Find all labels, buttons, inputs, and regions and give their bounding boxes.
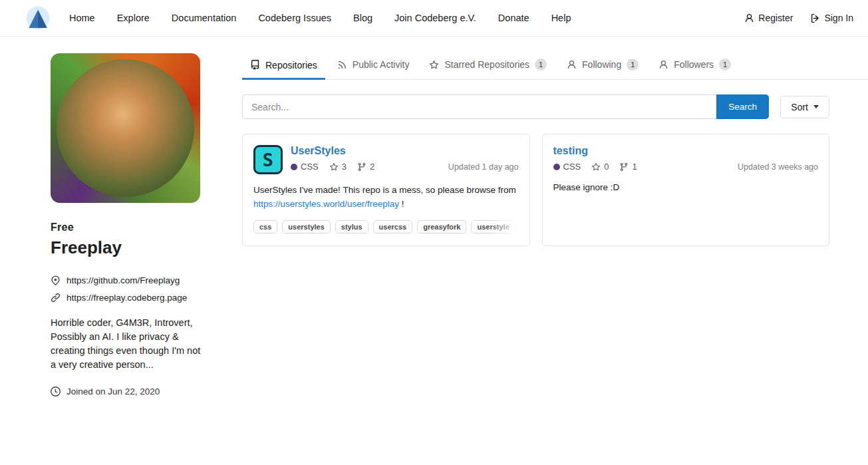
topic-list: css userstyles stylus usercss greasyfork…: [253, 220, 519, 233]
fork-count[interactable]: 2: [357, 162, 374, 172]
topic-tag[interactable]: userstyles: [282, 220, 330, 233]
register-link[interactable]: Register: [744, 13, 793, 23]
rss-icon: [337, 60, 347, 70]
profile-website-row: https://freeplay.codeberg.page: [51, 293, 205, 303]
register-label: Register: [758, 13, 793, 23]
nav-explore[interactable]: Explore: [117, 13, 150, 23]
navbar-auth: Register Sign In: [744, 13, 853, 23]
tab-label: Repositories: [265, 60, 317, 71]
navbar: Home Explore Documentation Codeberg Issu…: [0, 0, 868, 37]
nav-blog[interactable]: Blog: [353, 13, 372, 23]
git-branch-icon: [619, 162, 629, 172]
language-dot: [553, 164, 560, 170]
language-label: CSS: [563, 162, 581, 172]
username: Freeplay: [51, 237, 205, 258]
star-count[interactable]: 0: [591, 162, 609, 172]
bio: Horrible coder, G4M3R, Introvert, Possib…: [51, 316, 205, 372]
description-text: UserStyles I've made! This repo is a mes…: [253, 185, 516, 195]
sign-in-link[interactable]: Sign In: [810, 13, 853, 23]
tab-badge: 1: [719, 59, 731, 71]
person-icon: [744, 13, 754, 23]
repo-card-header: testing CSS 0: [553, 145, 819, 172]
avatar-photo: [57, 59, 194, 197]
tab-public-activity[interactable]: Public Activity: [329, 53, 418, 79]
sign-in-icon: [810, 13, 820, 23]
fork-count[interactable]: 1: [619, 162, 637, 172]
joined-date: Joined on Jun 22, 2020: [67, 387, 160, 396]
sort-dropdown[interactable]: Sort: [780, 96, 829, 118]
star-icon: [591, 162, 601, 172]
language-indicator: CSS: [291, 162, 319, 172]
description-link[interactable]: https://userstyles.world/user/freeplay: [253, 199, 399, 209]
nav-help[interactable]: Help: [551, 13, 571, 23]
nav-join-codeberg[interactable]: Join Codeberg e.V.: [394, 13, 476, 23]
git-branch-icon: [357, 162, 366, 172]
search-input[interactable]: [242, 94, 716, 119]
nav-codeberg-issues[interactable]: Codeberg Issues: [258, 13, 331, 23]
tab-repositories[interactable]: Repositories: [242, 53, 325, 80]
description-suffix: !: [402, 199, 404, 209]
repo-avatar-letter: S: [263, 150, 273, 170]
profile-github-row: https://github.com/Freeplayg: [51, 275, 205, 285]
search-row: Search Sort: [242, 94, 829, 119]
person-icon: [658, 60, 668, 70]
repo-avatar: S: [253, 145, 283, 174]
page-content: Free Freeplay https://github.com/Freepla…: [0, 37, 868, 404]
codeberg-logo[interactable]: [25, 5, 51, 31]
tab-badge: 1: [535, 59, 547, 71]
tab-following[interactable]: Following 1: [559, 53, 647, 79]
sort-label: Sort: [791, 102, 808, 112]
repo-meta: CSS 3: [291, 162, 519, 172]
codeberg-logo-icon: [25, 5, 51, 31]
display-name: Free: [51, 222, 205, 233]
sign-in-label: Sign In: [824, 13, 853, 23]
language-dot: [291, 164, 297, 170]
repo-link[interactable]: UserStyles: [291, 145, 346, 157]
repo-list: S UserStyles CSS: [242, 134, 829, 246]
profile-tabs: Repositories Public Activity Starred Rep…: [242, 53, 868, 80]
topic-tag[interactable]: stylus: [335, 220, 368, 233]
nav-home[interactable]: Home: [69, 13, 95, 23]
avatar[interactable]: [51, 53, 200, 203]
topic-tag[interactable]: greasyfork: [417, 220, 466, 233]
joined-row: Joined on Jun 22, 2020: [51, 387, 205, 396]
search-button[interactable]: Search: [716, 94, 769, 119]
repo-search: Search: [242, 94, 769, 119]
repo-link[interactable]: testing: [553, 145, 588, 157]
repo-card-testing: testing CSS 0: [542, 134, 830, 246]
topic-tag[interactable]: css: [253, 220, 277, 233]
tab-label: Starred Repositories: [444, 59, 529, 70]
chevron-down-icon: [813, 105, 819, 108]
github-url[interactable]: https://github.com/Freeplayg: [67, 275, 180, 285]
star-count-value: 0: [604, 162, 609, 172]
main-content: Repositories Public Activity Starred Rep…: [242, 53, 829, 404]
repo-card-userstyles: S UserStyles CSS: [242, 134, 530, 246]
updated-timestamp: Updated 1 day ago: [448, 162, 519, 172]
fork-count-value: 1: [632, 162, 637, 172]
star-icon: [329, 162, 339, 172]
language-indicator: CSS: [553, 162, 581, 172]
repo-meta: CSS 0: [553, 162, 819, 172]
tab-followers[interactable]: Followers 1: [651, 53, 739, 79]
fork-count-value: 2: [370, 162, 374, 172]
website-url[interactable]: https://freeplay.codeberg.page: [67, 293, 187, 303]
repo-card-header: S UserStyles CSS: [253, 145, 519, 174]
main-nav: Home Explore Documentation Codeberg Issu…: [69, 13, 571, 23]
repo-description: Please ignore :D: [553, 181, 819, 195]
star-icon: [429, 60, 439, 70]
link-icon: [51, 293, 61, 303]
language-label: CSS: [301, 162, 319, 172]
tab-label: Following: [582, 59, 621, 70]
location-icon: [51, 275, 61, 285]
topic-tag[interactable]: usercss: [373, 220, 413, 233]
star-count-value: 3: [342, 162, 347, 172]
updated-timestamp: Updated 3 weeks ago: [738, 162, 818, 172]
tab-starred-repositories[interactable]: Starred Repositories 1: [421, 53, 555, 79]
nav-donate[interactable]: Donate: [498, 13, 529, 23]
clock-icon: [51, 387, 61, 396]
star-count[interactable]: 3: [329, 162, 347, 172]
topic-tag[interactable]: userstyle: [471, 220, 515, 233]
nav-documentation[interactable]: Documentation: [172, 13, 237, 23]
tab-label: Public Activity: [353, 59, 410, 70]
tab-badge: 1: [627, 59, 639, 71]
